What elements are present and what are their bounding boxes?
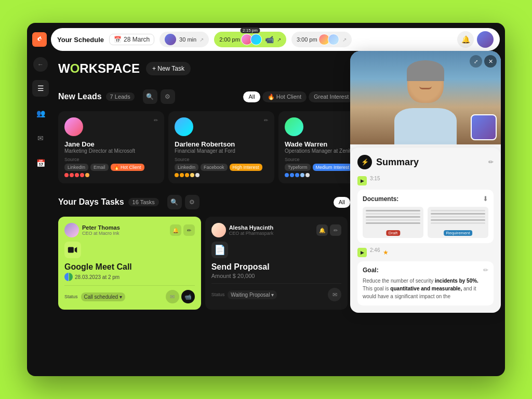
new-task-button[interactable]: + New Task (146, 62, 191, 75)
task-status-peter: Status Call scheduled ▾ ✉ 📹 (64, 285, 195, 303)
task-avatar-peter (64, 223, 79, 237)
filter-great-interest[interactable]: Great Interest (309, 91, 354, 102)
status-text-peter: Call scheduled (84, 294, 118, 300)
arrow-icon-1: ↗ (200, 37, 204, 43)
source-label-wade: Source (285, 157, 300, 162)
interest-wade: Medium Interest (313, 164, 353, 171)
task-notif-alesha[interactable]: 🔔 (316, 224, 328, 236)
svg-rect-0 (68, 247, 74, 253)
status-text-alesha: Waiting Proposal (231, 292, 270, 298)
user-avatar[interactable] (477, 31, 494, 48)
lead-card-darlene: ✏ Darlene Robertson Financial Manager at… (168, 111, 274, 183)
video-btn-peter[interactable]: 📹 (181, 290, 195, 303)
status-select-peter[interactable]: Call scheduled ▾ (81, 292, 126, 301)
goal-section: Goal: ✏ Reduce the number of security in… (357, 261, 494, 305)
sidebar: ← ☰ 👥 ✉ 📅 (27, 51, 54, 367)
task-username-peter: Peter Thomas (82, 224, 120, 231)
task-avatar-alesha (211, 223, 226, 237)
source-linkedin-jane: LinkedIn (64, 164, 88, 171)
tasks-title: Your Days Tasks (58, 197, 124, 207)
task-userrole-peter: CEO at Macro Ink (82, 231, 120, 236)
filter-hot-client[interactable]: 🔥 Hot Client (262, 91, 307, 102)
docs-header: Documents: ⬇ (363, 195, 488, 203)
calendar-icon: 📅 (114, 36, 122, 43)
task-filter-all[interactable]: All (334, 197, 350, 208)
task-date-text-peter: 28.03.2023 at 2 pm (75, 274, 119, 280)
avatar-group-3 (321, 34, 339, 45)
filter-all[interactable]: All (243, 91, 260, 102)
avatar-group-2 (243, 34, 262, 45)
lead-edit-jane[interactable]: ✏ (154, 117, 158, 123)
tasks-actions: 🔍 ⚙ (167, 195, 200, 209)
source-facebook-darlene: Facebook (201, 164, 228, 171)
task-title-peter: Google Meet Call (64, 262, 195, 272)
event1-time: 30 min (179, 36, 196, 43)
leads-count: 7 Leads (106, 92, 135, 101)
summary-badge-2: ▶ (357, 248, 367, 257)
summary-edit-button[interactable]: ✏ (488, 158, 494, 166)
avatar-darlene (175, 117, 193, 136)
sidebar-back-button[interactable]: ← (33, 57, 48, 72)
chevron-alesha: ▾ (271, 292, 274, 298)
docs-download-button[interactable]: ⬇ (483, 195, 488, 203)
email-btn-peter[interactable]: ✉ (166, 290, 179, 303)
doc-thumb-2: Requirement (428, 207, 488, 238)
goal-header: Goal: ✏ (363, 267, 488, 274)
sidebar-icon-menu[interactable]: ☰ (32, 80, 49, 97)
summary-title: Summary (376, 157, 419, 168)
schedule-event-1[interactable]: 30 min ↗ (159, 32, 209, 47)
interest-darlene: High Interest (230, 164, 262, 171)
task-actions-peter: ✉ 📹 (166, 290, 195, 303)
chevron-peter: ▾ (119, 294, 122, 300)
lead-edit-darlene[interactable]: ✏ (264, 117, 268, 123)
app-container: Your Schedule 📅 28 March 30 min ↗ 2:15 p… (27, 23, 505, 376)
task-header-peter: Peter Thomas CEO at Macro Ink 🔔 ✏ (64, 223, 195, 237)
summary-header: ⚡ Summary ✏ (357, 155, 494, 169)
leads-actions: 🔍 ⚙ (143, 89, 175, 104)
status-label-alesha: Status (211, 292, 225, 297)
tasks-search-button[interactable]: 🔍 (167, 195, 182, 209)
task-userrole-alesha: CEO at Pharmaspark (229, 231, 274, 236)
email-btn-alesha[interactable]: ✉ (328, 288, 341, 301)
summary-timestamp-1: 3:15 (370, 176, 380, 181)
notification-button[interactable]: 🔔 (457, 31, 474, 48)
goal-text: Reduce the number of security incidents … (363, 277, 488, 300)
status-label-peter: Status (64, 294, 78, 299)
task-icon-alesha: 📄 (211, 242, 228, 258)
sidebar-icon-contacts[interactable]: 👥 (32, 105, 49, 122)
lead-card-header-darlene: ✏ (175, 117, 268, 136)
event2-time: 2:00 pm (219, 36, 240, 43)
leads-filter-button[interactable]: ⚙ (161, 89, 175, 104)
task-header-alesha: Alesha Hyacinth CEO at Pharmaspark 🔔 ✏ (211, 223, 342, 237)
sidebar-icon-calendar[interactable]: 📅 (32, 155, 49, 171)
schedule-event-2[interactable]: 2:15 pm 2:00 pm 📹 ↗ (214, 32, 286, 47)
video-close-button[interactable]: ✕ (484, 55, 497, 68)
source-label-darlene: Source (175, 157, 190, 162)
doc-tag-2: Requirement (444, 230, 473, 236)
goal-title: Goal: (363, 267, 379, 274)
task-notif-peter[interactable]: 🔔 (170, 224, 181, 236)
dots-darlene (175, 173, 268, 177)
lead-card-header-jane: ✏ (64, 117, 158, 136)
status-select-alesha[interactable]: Waiting Proposal ▾ (228, 290, 277, 299)
goal-edit-button[interactable]: ✏ (483, 267, 488, 274)
tasks-filter-button[interactable]: ⚙ (185, 195, 200, 209)
doc-thumb-1: Draft (363, 207, 423, 238)
schedule-date[interactable]: 📅 28 March (109, 34, 154, 45)
docs-section: Documents: ⬇ Draft (357, 190, 494, 243)
task-title-alesha: Send Proposal (211, 262, 342, 272)
schedule-event-3[interactable]: 3:00 pm ↗ (291, 32, 352, 47)
lead-name-darlene: Darlene Robertson (175, 140, 268, 148)
video-expand-button[interactable]: ⤢ (470, 55, 482, 68)
task-actions-alesha: ✉ (328, 288, 341, 301)
video-preview: ⤢ ✕ (350, 51, 501, 144)
source-email-jane: Email (90, 164, 109, 171)
task-user-alesha: Alesha Hyacinth CEO at Pharmaspark (211, 223, 274, 237)
lead-title-darlene: Financial Manager at Ford (175, 148, 268, 154)
leads-search-button[interactable]: 🔍 (143, 89, 157, 104)
summary-icon: ⚡ (357, 155, 372, 169)
task-edit-peter[interactable]: ✏ (183, 224, 195, 236)
lead-source-darlene: Source (175, 157, 268, 162)
sidebar-icon-messages[interactable]: ✉ (32, 130, 49, 147)
task-edit-alesha[interactable]: ✏ (330, 224, 341, 236)
